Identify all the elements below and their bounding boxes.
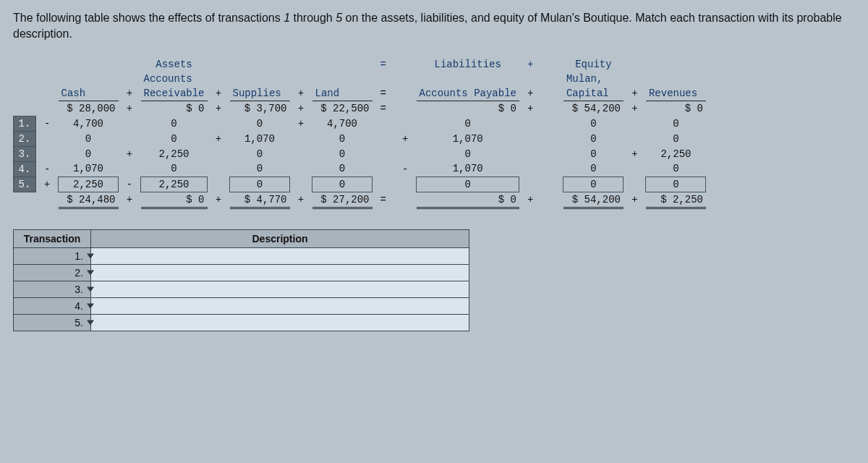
end-sup: $ 4,770 — [230, 192, 290, 208]
header-assets: Assets — [141, 57, 208, 72]
header-liabilities: Liabilities — [417, 57, 519, 72]
r4-land: 0 — [312, 161, 373, 177]
description-select-5[interactable] — [91, 314, 469, 331]
r4-cap: 0 — [563, 161, 624, 177]
chevron-down-icon — [87, 320, 94, 325]
r2-cash: 0 — [59, 131, 119, 146]
end-ap: $ 0 — [417, 192, 519, 208]
header-ar-top: Accounts — [141, 72, 208, 86]
r2-land: 0 — [312, 131, 373, 146]
chevron-down-icon — [87, 253, 94, 258]
op-plus: + — [119, 101, 141, 116]
r1-sup-s: + — [290, 116, 312, 131]
r5-cash: 2,250 — [59, 177, 119, 192]
op-eq: = — [373, 86, 395, 101]
r2-sup: 1,070 — [230, 131, 290, 146]
begin-cap: $ 54,200 — [563, 101, 624, 116]
r4-ar: 0 — [141, 161, 208, 177]
header-equity: Equity — [563, 57, 624, 72]
intro-ital-2: 5 — [336, 12, 342, 24]
match-header-transaction: Transaction — [14, 229, 91, 247]
description-select-1[interactable] — [91, 247, 469, 264]
op-plus: + — [208, 86, 230, 101]
plus-sign: + — [519, 57, 542, 72]
header-supplies: Supplies — [230, 86, 290, 101]
description-select-3[interactable] — [91, 281, 469, 297]
r3-cash-s: + — [119, 146, 141, 161]
begin-supplies: $ 3,700 — [230, 101, 290, 116]
op-eq: = — [373, 192, 395, 208]
r2-cap: 0 — [563, 131, 624, 146]
r4-rev: 0 — [646, 161, 706, 177]
r5-sup: 0 — [230, 177, 290, 192]
chevron-down-icon — [87, 303, 94, 308]
end-rev: $ 2,250 — [646, 192, 706, 208]
intro-prefix: The following table shows the effects of… — [13, 12, 284, 24]
match-row-4: 4. — [14, 297, 91, 314]
r5-ap: 0 — [417, 177, 519, 192]
r5-pre: + — [36, 177, 59, 192]
row-num-2: 2. — [14, 131, 36, 146]
r3-cap: 0 — [563, 146, 624, 161]
r4-ap-s: - — [394, 161, 417, 177]
row-num-5: 5. — [14, 177, 36, 192]
header-land: Land — [312, 86, 373, 101]
row-num-4: 4. — [14, 161, 36, 177]
intro-mid: through — [290, 12, 336, 24]
r2-ar-s: + — [208, 131, 230, 146]
row-num-3: 3. — [14, 146, 36, 161]
problem-intro: The following table shows the effects of… — [13, 10, 855, 41]
r4-cash: 1,070 — [59, 161, 119, 177]
begin-land: $ 22,500 — [312, 101, 373, 116]
match-row-1: 1. — [14, 247, 91, 264]
begin-cash: $ 28,000 — [59, 101, 119, 116]
op-plus: + — [119, 192, 141, 208]
end-land: $ 27,200 — [312, 192, 373, 208]
r3-land: 0 — [312, 146, 373, 161]
description-select-2[interactable] — [91, 264, 469, 281]
r1-ap: 0 — [417, 116, 519, 131]
r2-ap: 1,070 — [417, 131, 519, 146]
header-cap-top: Mulan, — [563, 72, 624, 86]
r2-ar: 0 — [141, 131, 208, 146]
begin-ap: $ 0 — [417, 101, 519, 116]
r3-cash: 0 — [59, 146, 119, 161]
match-table: Transaction Description 1. 2. 3. 4. 5. — [13, 229, 469, 331]
r5-ar-s: - — [119, 177, 141, 192]
r1-rev: 0 — [646, 116, 706, 131]
op-plus: + — [519, 86, 542, 101]
op-plus: + — [119, 86, 141, 101]
end-cash: $ 24,480 — [59, 192, 119, 208]
op-plus: + — [290, 192, 312, 208]
begin-rev: $ 0 — [646, 101, 706, 116]
r1-cap: 0 — [563, 116, 624, 131]
r1-cash: 4,700 — [59, 116, 119, 131]
row-num-1: 1. — [14, 116, 36, 131]
eq-sign: = — [373, 57, 395, 72]
r1-ar: 0 — [141, 116, 208, 131]
end-ar: $ 0 — [141, 192, 208, 208]
op-plus: + — [519, 101, 542, 116]
r2-ap-s: + — [394, 131, 417, 146]
op-plus: + — [624, 86, 646, 101]
r1-land: 4,700 — [312, 116, 373, 131]
r3-ar: 2,250 — [141, 146, 208, 161]
op-plus: + — [624, 192, 646, 208]
end-cap: $ 54,200 — [563, 192, 624, 208]
op-eq: = — [373, 101, 395, 116]
r5-ar: 2,250 — [141, 177, 208, 192]
r3-ap: 0 — [417, 146, 519, 161]
r4-pre: - — [36, 161, 59, 177]
header-ap: Accounts Payable — [417, 86, 519, 101]
r4-ap: 1,070 — [417, 161, 519, 177]
description-select-4[interactable] — [91, 297, 469, 314]
op-plus: + — [290, 101, 312, 116]
header-ar: Receivable — [141, 86, 208, 101]
r1-pre: - — [36, 116, 59, 131]
header-revenues: Revenues — [646, 86, 706, 101]
begin-ar: $ 0 — [141, 101, 208, 116]
op-plus: + — [208, 101, 230, 116]
r1-sup: 0 — [230, 116, 290, 131]
accounting-equation-table: Assets = Liabilities + Equity Accounts M… — [13, 57, 706, 209]
intro-ital-1: 1 — [284, 12, 290, 24]
